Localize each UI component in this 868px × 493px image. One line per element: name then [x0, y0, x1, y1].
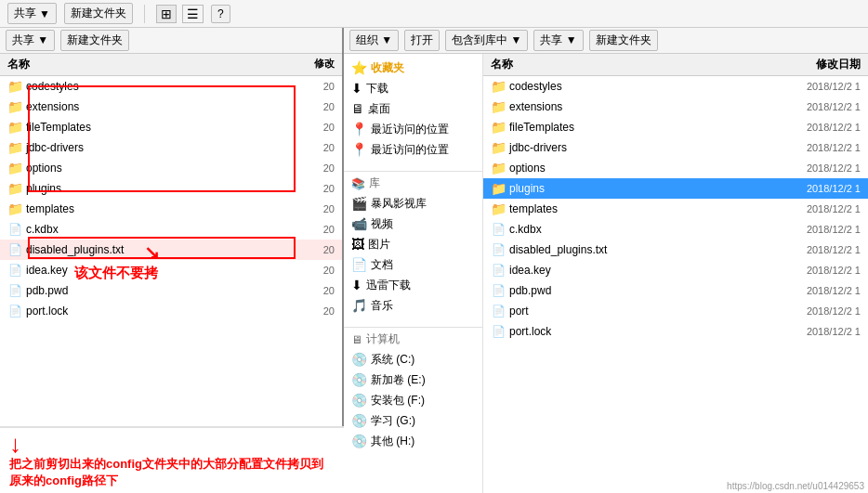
- right-item-idea-key[interactable]: 📄 idea.key 2018/12/2 1: [483, 260, 868, 280]
- share-btn-top[interactable]: 共享 ▼: [7, 3, 57, 24]
- nav-download[interactable]: ⬇ 下载: [344, 78, 482, 98]
- nav-drive-f[interactable]: 💿 安装包 (F:): [344, 390, 482, 410]
- nav-storm-video[interactable]: 🎬 暴风影视库: [344, 193, 482, 214]
- folder-icon: 📁: [491, 120, 506, 135]
- file-item-idea-key[interactable]: 📄 idea.key 20: [0, 260, 342, 280]
- right-share-btn[interactable]: 共享 ▼: [533, 30, 583, 51]
- folder-icon: 📁: [491, 140, 506, 155]
- right-item-disabled-plugins[interactable]: 📄 disabled_plugins.txt 2018/12/2 1: [483, 240, 868, 260]
- nav-favorites-section: ⭐ 收藏夹 ⬇ 下载 🖥 桌面 📍 最近访问: [344, 54, 482, 163]
- folder-icon: 📁: [491, 161, 506, 175]
- toolbar-sep: [144, 5, 145, 23]
- folder-icon: 📁: [491, 201, 506, 216]
- organize-btn[interactable]: 组织 ▼: [349, 30, 399, 51]
- nav-drive-g[interactable]: 💿 学习 (G:): [344, 410, 482, 431]
- right-file-header: 名称 修改日期: [483, 54, 868, 76]
- right-item-plugins[interactable]: 📁 plugins 2018/12/2 1: [483, 178, 868, 199]
- file-icon: 📄: [7, 283, 22, 298]
- file-icon: 📄: [491, 324, 506, 339]
- include-lib-btn[interactable]: 包含到库中 ▼: [445, 30, 528, 51]
- right-item-port-lock[interactable]: 📄 port.lock 2018/12/2 1: [483, 321, 868, 342]
- file-item-port-lock[interactable]: 📄 port.lock 20: [0, 301, 342, 321]
- file-icon: 📄: [491, 263, 506, 278]
- nav-favorites-header: ⭐ 收藏夹: [344, 58, 482, 78]
- new-folder-btn-top[interactable]: 新建文件夹: [64, 3, 133, 24]
- view-icons[interactable]: ⊞: [156, 5, 177, 23]
- folder-icon: 📁: [7, 161, 22, 175]
- watermark: https://blog.csdn.net/u014429653: [727, 481, 864, 491]
- file-item-disabled-plugins[interactable]: 📄 disabled_plugins.txt 20: [0, 240, 342, 260]
- file-icon: 📄: [491, 242, 506, 257]
- left-file-header: 名称 修改: [0, 54, 342, 76]
- left-panel: 共享 ▼ 新建文件夹 名称 修改 📁 codestyles 20: [0, 28, 344, 493]
- top-toolbar: 共享 ▼ 新建文件夹 ⊞ ☰ ?: [0, 0, 868, 28]
- file-icon: 📄: [7, 304, 22, 318]
- nav-drive-e[interactable]: 💿 新加卷 (E:): [344, 370, 482, 390]
- big-arrow: ↓: [9, 432, 335, 456]
- right-item-options[interactable]: 📁 options 2018/12/2 1: [483, 158, 868, 178]
- file-item-jdbc[interactable]: 📁 jdbc-drivers 20: [0, 137, 342, 158]
- folder-icon: 📁: [491, 181, 506, 196]
- file-item-filetemplates[interactable]: 📁 fileTemplates 20: [0, 117, 342, 137]
- right-item-pdb-pwd[interactable]: 📄 pdb.pwd 2018/12/2 1: [483, 280, 868, 301]
- right-item-extensions[interactable]: 📁 extensions 2018/12/2 1: [483, 97, 868, 117]
- nav-sidebar: ⭐ 收藏夹 ⬇ 下载 🖥 桌面 📍 最近访问: [344, 54, 483, 493]
- nav-music[interactable]: 🎵 音乐: [344, 295, 482, 316]
- nav-docs[interactable]: 📄 文档: [344, 254, 482, 275]
- nav-drive-c[interactable]: 💿 系统 (C:): [344, 349, 482, 370]
- file-item-options[interactable]: 📁 options 20: [0, 158, 342, 178]
- file-icon: 📄: [491, 304, 506, 318]
- nav-recent-1[interactable]: 📍 最近访问的位置: [344, 119, 482, 139]
- view-detail[interactable]: ☰: [182, 5, 204, 23]
- bottom-annotation-text: 把之前剪切出来的config文件夹中的大部分配置文件拷贝到原来的config路径…: [9, 456, 335, 489]
- file-item-extensions[interactable]: 📁 extensions 20: [0, 97, 342, 117]
- folder-icon: 📁: [7, 120, 22, 135]
- file-item-ckdbx[interactable]: 📄 c.kdbx 20: [0, 219, 342, 240]
- file-item-codestyles[interactable]: 📁 codestyles 20: [0, 76, 342, 97]
- nav-recent-2[interactable]: 📍 最近访问的位置: [344, 139, 482, 160]
- right-item-filetemplates[interactable]: 📁 fileTemplates 2018/12/2 1: [483, 117, 868, 137]
- left-new-folder-btn[interactable]: 新建文件夹: [60, 30, 129, 51]
- right-new-folder-btn[interactable]: 新建文件夹: [589, 30, 658, 51]
- file-icon: 📄: [491, 222, 506, 237]
- nav-desktop[interactable]: 🖥 桌面: [344, 98, 482, 119]
- help-btn[interactable]: ?: [211, 5, 230, 23]
- nav-library-header: 📚 库: [344, 171, 482, 193]
- right-toolbar: 组织 ▼ 打开 包含到库中 ▼ 共享 ▼ 新建文件夹: [344, 28, 868, 54]
- nav-drive-h[interactable]: 💿 其他 (H:): [344, 431, 482, 451]
- folder-icon: 📁: [7, 201, 22, 216]
- folder-icon: 📁: [7, 140, 22, 155]
- bottom-annotation-area: ↓ 把之前剪切出来的config文件夹中的大部分配置文件拷贝到原来的config…: [0, 426, 344, 493]
- right-item-jdbc[interactable]: 📁 jdbc-drivers 2018/12/2 1: [483, 137, 868, 158]
- folder-icon: 📁: [491, 99, 506, 114]
- file-icon: 📄: [491, 283, 506, 298]
- right-item-codestyles[interactable]: 📁 codestyles 2018/12/2 1: [483, 76, 868, 97]
- nav-pictures[interactable]: 🖼 图片: [344, 234, 482, 254]
- folder-icon: 📁: [7, 79, 22, 94]
- nav-library-section: 📚 库 🎬 暴风影视库 📹 视频 🖼 图: [344, 163, 482, 319]
- file-icon: 📄: [7, 242, 22, 257]
- right-item-port[interactable]: 📄 port 2018/12/2 1: [483, 301, 868, 321]
- open-btn[interactable]: 打开: [404, 30, 440, 51]
- right-file-list[interactable]: 名称 修改日期 📁 codestyles 2018/12/2 1 📁 exten…: [483, 54, 868, 493]
- nav-computer-section: 🖥 计算机 💿 系统 (C:) 💿 新加卷 (E:) 💿: [344, 319, 482, 455]
- file-icon: 📄: [7, 263, 22, 278]
- right-content: ⭐ 收藏夹 ⬇ 下载 🖥 桌面 📍 最近访问: [344, 54, 868, 493]
- folder-icon: 📁: [7, 99, 22, 114]
- file-item-pdb-pwd[interactable]: 📄 pdb.pwd 20: [0, 280, 342, 301]
- right-item-ckdbx[interactable]: 📄 c.kdbx 2018/12/2 1: [483, 219, 868, 240]
- file-icon: 📄: [7, 222, 22, 237]
- left-toolbar: 共享 ▼ 新建文件夹: [0, 28, 342, 54]
- folder-icon: 📁: [491, 79, 506, 94]
- nav-thunder[interactable]: ⬇ 迅雷下载: [344, 275, 482, 295]
- folder-icon: 📁: [7, 181, 22, 196]
- file-item-plugins[interactable]: 📁 plugins 20: [0, 178, 342, 199]
- right-item-templates[interactable]: 📁 templates 2018/12/2 1: [483, 199, 868, 219]
- nav-computer-header: 🖥 计算机: [344, 327, 482, 349]
- left-share-btn[interactable]: 共享 ▼: [6, 30, 55, 51]
- file-item-templates[interactable]: 📁 templates 20: [0, 199, 342, 219]
- right-panel: 组织 ▼ 打开 包含到库中 ▼ 共享 ▼ 新建文件夹: [344, 28, 868, 493]
- nav-video[interactable]: 📹 视频: [344, 214, 482, 234]
